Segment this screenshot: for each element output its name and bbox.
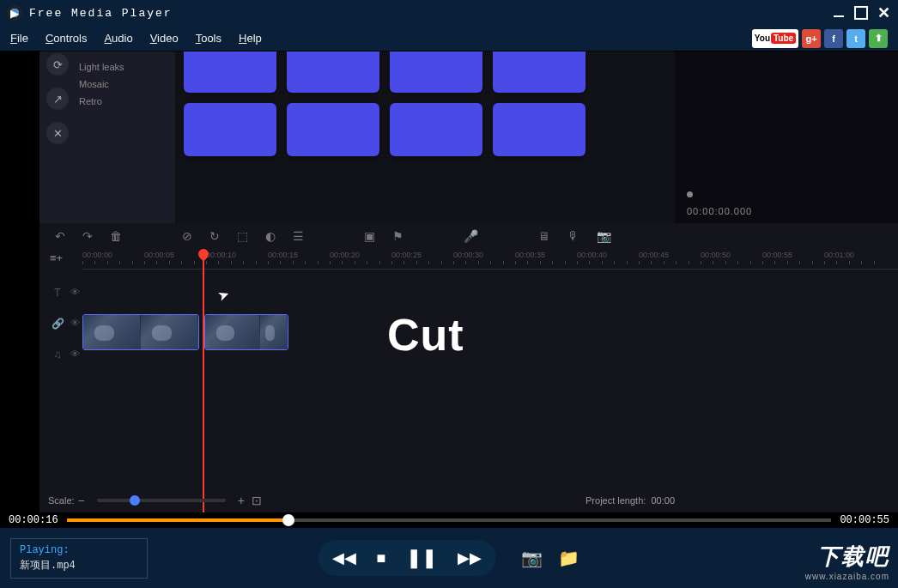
tracks-area: T👁 🔗👁 ♫👁 ➤	[82, 270, 898, 350]
menu-video[interactable]: Video	[150, 32, 179, 45]
audio-track-icon: ♫	[48, 349, 67, 361]
ruler-label: 00:00:15	[268, 251, 298, 259]
ruler-label: 00:01:00	[824, 251, 854, 259]
ruler-label: 00:00:10	[206, 251, 236, 259]
ruler-label: 00:00:55	[762, 251, 792, 259]
video-clip-1	[82, 314, 199, 350]
facebook-button[interactable]: f	[824, 29, 843, 48]
effect-thumb	[493, 52, 586, 93]
titlebar: ▶ Free Media Player ✕	[0, 0, 898, 26]
seek-fill	[67, 518, 288, 522]
seek-bar[interactable]	[67, 518, 832, 522]
zoom-in-icon: +	[238, 494, 245, 507]
playing-filename: 新项目.mp4	[20, 558, 138, 573]
effect-thumb	[184, 103, 276, 156]
text-track-icon: T	[48, 287, 67, 299]
ruler-label: 00:00:05	[144, 251, 174, 259]
scale-slider	[97, 499, 226, 502]
minimize-button[interactable]	[831, 5, 846, 21]
effect-thumb	[184, 52, 276, 93]
effect-thumb	[493, 103, 586, 156]
effect-thumb	[390, 52, 482, 93]
menu-file[interactable]: File	[10, 32, 28, 45]
cut-overlay-text: Cut	[387, 309, 464, 361]
close-button[interactable]: ✕	[876, 5, 891, 21]
trash-icon: 🗑	[110, 229, 122, 243]
ruler-label: 00:00:30	[453, 251, 483, 259]
app-title: Free Media Player	[29, 7, 824, 20]
playhead	[203, 249, 204, 512]
ruler-label: 00:00:45	[639, 251, 669, 259]
youtube-button[interactable]: YouTube	[752, 29, 798, 48]
effect-item: Mosaic	[79, 76, 175, 93]
undo-icon: ↶	[55, 229, 65, 243]
crop-icon: ⬚	[237, 229, 248, 243]
googleplus-button[interactable]: g+	[802, 29, 821, 48]
twitter-button[interactable]: t	[846, 29, 865, 48]
fit-icon: ⊡	[252, 494, 262, 507]
ruler-label: 00:00:20	[330, 251, 360, 259]
scale-bar: Scale: − + ⊡ Project length: 00:00	[48, 494, 889, 507]
eye-icon: 👁	[70, 318, 80, 330]
menubar: File Controls Audio Video Tools Help You…	[0, 26, 898, 52]
mic-icon: 🎤	[464, 229, 478, 243]
scale-label: Scale:	[48, 495, 75, 506]
add-track-icon: ≡+	[50, 252, 63, 264]
menu-help[interactable]: Help	[239, 32, 262, 45]
menu-controls[interactable]: Controls	[46, 32, 87, 45]
open-file-button[interactable]: 📁	[558, 548, 579, 568]
cut-icon: ⊘	[182, 229, 192, 243]
playback-pill: ◀◀ ■ ❚❚ ▶▶	[319, 540, 496, 576]
effects-sidebar: ⟳ ↗ ✕ Light leaksMosaicRetro	[39, 52, 175, 223]
screen-icon: 🖥	[538, 229, 550, 243]
eye-icon: 👁	[70, 287, 80, 299]
preview-timecode: 00:00:00.000	[687, 206, 752, 216]
arrow-icon: ↗	[46, 88, 69, 110]
overlay-icon: ▣	[364, 229, 375, 243]
rewind-button[interactable]: ◀◀	[332, 549, 356, 567]
seek-thumb[interactable]	[282, 514, 294, 526]
app-logo-icon: ▶	[7, 5, 22, 21]
video-track-icon: 🔗	[48, 318, 67, 330]
webcam-icon: 📷	[597, 229, 611, 243]
adjust-icon: ◐	[265, 229, 276, 243]
effect-item: Retro	[79, 93, 175, 110]
rotate-icon: ↻	[209, 229, 220, 243]
watermark: 下载吧 www.xiazaiba.com	[805, 542, 889, 581]
maximize-button[interactable]	[853, 5, 869, 21]
stop-button[interactable]: ■	[377, 549, 386, 567]
preview-panel: 00:00:00.000	[675, 52, 898, 223]
effect-item: Light leaks	[79, 58, 175, 76]
menu-icon: ☰	[293, 229, 304, 243]
timeline: ≡+ 00:00:0000:00:0500:00:1000:00:1500:00…	[39, 249, 898, 498]
video-content: ⟳ ↗ ✕ Light leaksMosaicRetro	[39, 52, 898, 512]
eye-icon: 👁	[70, 349, 80, 361]
flag-icon: ⚑	[392, 229, 403, 243]
total-time: 00:00:55	[840, 514, 889, 526]
update-button[interactable]: ⬆	[869, 29, 888, 48]
now-playing-box: Playing: 新项目.mp4	[10, 538, 148, 579]
zoom-out-icon: −	[78, 494, 85, 507]
current-time: 00:00:16	[9, 514, 58, 526]
pause-button[interactable]: ❚❚	[406, 547, 437, 569]
mic2-icon: 🎙	[567, 229, 579, 243]
progress-row: 00:00:16 00:00:55	[0, 512, 898, 528]
editor-toolbar: ↶ ↷ 🗑 ⊘ ↻ ⬚ ◐ ☰ ▣ ⚑ 🎤 🖥 🎙 📷	[39, 223, 898, 249]
playing-label: Playing:	[20, 544, 138, 556]
ruler-label: 00:00:25	[391, 251, 422, 259]
player-controls: Playing: 新项目.mp4 ◀◀ ■ ❚❚ ▶▶ 📷 📁 下载吧 www.…	[0, 528, 898, 588]
redo-icon: ↷	[82, 229, 93, 243]
snapshot-button[interactable]: 📷	[521, 548, 543, 568]
cursor-icon: ➤	[215, 285, 232, 304]
refresh-icon: ⟳	[46, 53, 69, 76]
effect-thumb	[390, 103, 482, 156]
ruler-label: 00:00:00	[82, 251, 112, 259]
forward-button[interactable]: ▶▶	[458, 549, 482, 567]
settings-icon: ✕	[46, 122, 69, 144]
video-area: ⟳ ↗ ✕ Light leaksMosaicRetro	[0, 52, 898, 512]
video-clip-2	[204, 314, 288, 350]
menu-audio[interactable]: Audio	[104, 32, 132, 45]
ruler-label: 00:00:50	[701, 251, 731, 259]
menu-tools[interactable]: Tools	[196, 32, 221, 45]
project-length: Project length: 00:00	[586, 495, 675, 506]
